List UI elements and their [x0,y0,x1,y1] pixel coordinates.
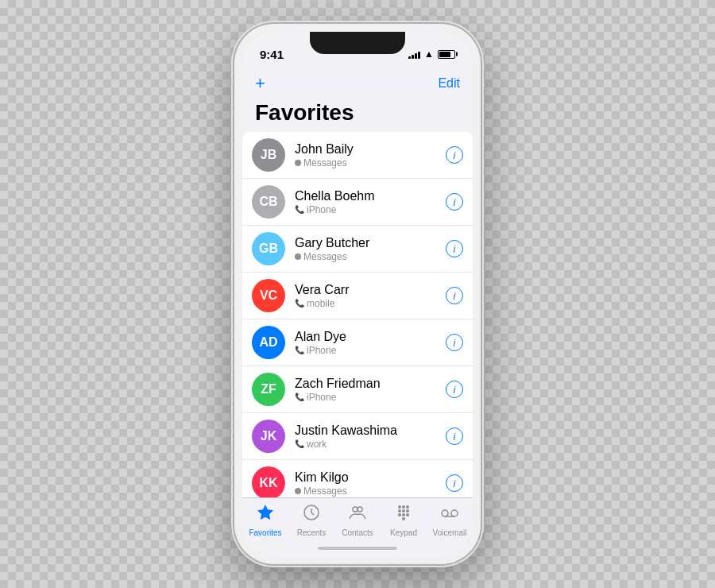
phone-icon: 📞 [295,439,304,448]
recents-icon [302,503,321,527]
contact-row[interactable]: KKKim KilgoMessagesi [242,460,473,497]
keypad-label: Keypad [390,528,417,537]
contact-sub-label: iPhone [307,204,336,215]
contact-sub: 📞mobile [295,298,446,309]
contact-avatar: JB [252,138,285,172]
contact-row[interactable]: CBChella Boehm📞iPhonei [242,179,473,226]
contact-avatar: CB [252,185,285,219]
svg-point-7 [398,509,401,513]
messages-icon [295,488,301,494]
notch [310,32,405,54]
status-time: 9:41 [260,48,284,61]
contact-row[interactable]: GBGary ButcherMessagesi [242,226,473,273]
app-content: + Edit Favorites JBJohn BailyMessagesiCB… [242,67,473,497]
page-title-area: Favorites [242,99,473,132]
phone-icon: 📞 [295,346,304,354]
svg-point-15 [451,510,458,516]
contact-avatar: VC [252,279,285,312]
contact-info: Justin Kawashima📞work [295,424,446,450]
contact-sub-label: Messages [303,485,347,497]
contact-sub: Messages [295,485,446,497]
phone-frame: 9:41 ▲ + Edit [234,24,481,564]
contact-avatar: ZF [252,373,285,406]
page-title: Favorites [255,100,354,125]
contacts-icon [348,503,367,527]
contact-row[interactable]: JBJohn BailyMessagesi [242,132,473,179]
contact-row[interactable]: JKJustin Kawashima📞worki [242,413,473,460]
contact-name: Justin Kawashima [295,424,446,438]
contact-avatar: GB [252,232,285,265]
voicemail-icon [440,503,459,527]
svg-point-4 [398,505,401,509]
svg-point-12 [406,513,409,516]
phone-icon: 📞 [295,393,304,401]
tab-keypad[interactable]: Keypad [384,503,423,537]
svg-point-11 [402,513,405,516]
info-button[interactable]: i [446,334,463,351]
contact-sub-label: work [307,439,327,450]
contact-info: Chella Boehm📞iPhone [295,189,446,215]
tab-contacts[interactable]: Contacts [338,503,377,537]
voicemail-label: Voicemail [433,528,467,537]
edit-button[interactable]: Edit [438,76,460,91]
contact-avatar: KK [252,466,285,497]
tab-bar: Favorites Recents Contacts Keypad Voicem… [242,497,473,540]
info-button[interactable]: i [446,427,463,445]
svg-point-8 [402,509,405,513]
recents-label: Recents [297,528,327,537]
info-button[interactable]: i [446,240,463,257]
svg-point-10 [398,513,401,516]
contact-sub: 📞iPhone [295,204,446,215]
tab-favorites[interactable]: Favorites [245,503,285,537]
contact-list[interactable]: JBJohn BailyMessagesiCBChella Boehm📞iPho… [242,132,473,497]
home-indicator [242,540,473,556]
wifi-icon: ▲ [424,48,434,60]
contact-row[interactable]: VCVera Carr📞mobilei [242,273,473,319]
info-button[interactable]: i [446,193,463,211]
contact-info: Vera Carr📞mobile [295,283,446,309]
contact-info: Gary ButcherMessages [295,236,446,262]
info-button[interactable]: i [446,381,463,398]
screen: 9:41 ▲ + Edit [242,32,473,556]
add-button[interactable]: + [255,73,265,94]
tab-recents[interactable]: Recents [292,503,331,537]
contact-sub-label: iPhone [307,392,336,403]
contact-name: Chella Boehm [295,189,446,203]
tab-voicemail[interactable]: Voicemail [430,503,470,537]
signal-bars-icon [408,49,420,59]
contact-avatar: JK [252,420,285,453]
contact-sub-label: Messages [303,251,347,262]
svg-marker-0 [257,505,273,520]
info-button[interactable]: i [446,146,463,164]
contact-sub: Messages [295,157,446,168]
keypad-icon [394,503,413,527]
info-button[interactable]: i [446,287,463,304]
contact-info: Zach Friedman📞iPhone [295,377,446,403]
contact-sub: 📞iPhone [295,392,446,403]
messages-icon [295,160,301,166]
contact-name: Vera Carr [295,283,446,297]
contact-sub-label: mobile [307,298,334,309]
contacts-label: Contacts [342,528,373,537]
svg-point-6 [406,505,409,509]
phone-icon: 📞 [295,205,304,214]
svg-point-14 [442,510,448,516]
info-button[interactable]: i [446,474,463,492]
contact-name: Kim Kilgo [295,470,446,485]
contact-sub: 📞iPhone [295,345,446,356]
phone-icon: 📞 [295,299,304,308]
svg-point-3 [358,507,362,512]
messages-icon [295,253,301,260]
svg-point-5 [402,505,405,509]
contact-sub: Messages [295,251,446,262]
contact-row[interactable]: ADAlan Dye📞iPhonei [242,319,473,366]
svg-point-13 [402,517,405,520]
contact-sub-label: Messages [303,157,347,168]
favorites-icon [256,503,275,527]
contact-name: Alan Dye [295,330,446,344]
contact-sub-label: iPhone [307,345,336,356]
contact-name: Zach Friedman [295,377,446,391]
contact-row[interactable]: ZFZach Friedman📞iPhonei [242,366,473,413]
contact-sub: 📞work [295,439,446,450]
svg-point-9 [406,509,409,513]
